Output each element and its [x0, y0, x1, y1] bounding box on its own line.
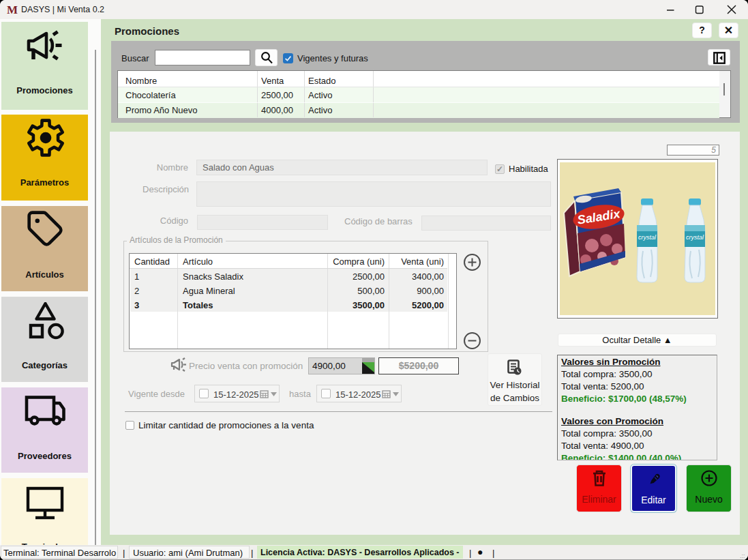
svg-text:crystal: crystal [638, 234, 657, 241]
svg-text:crystal: crystal [686, 234, 704, 241]
